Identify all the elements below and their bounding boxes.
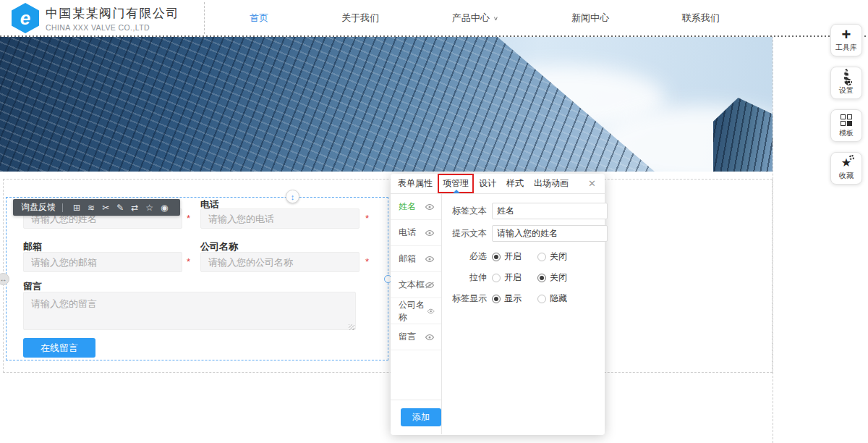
gears-icon — [844, 71, 848, 84]
logo-hexagon-icon: e — [12, 3, 39, 33]
stretch-on-option[interactable]: 开启 — [492, 271, 522, 284]
template-grid-icon — [841, 114, 852, 126]
submit-button[interactable]: 在线留言 — [23, 338, 95, 358]
editor-stage: e 中国某某阀门有限公司 CHINA XXX VALVE CO.,LTD 首页 … — [0, 0, 868, 443]
tool-library-button[interactable]: + 工具库 — [830, 24, 862, 56]
label-text-input[interactable] — [492, 203, 608, 219]
label-hide-option[interactable]: 隐藏 — [537, 292, 567, 305]
skyscraper-shape — [0, 37, 655, 172]
radio-selected-icon[interactable] — [537, 274, 546, 282]
required-asterisk: * — [187, 256, 190, 267]
tab-style[interactable]: 样式 — [506, 177, 524, 190]
plus-icon: + — [842, 28, 851, 41]
tab-item-management[interactable]: 项管理 — [443, 177, 469, 190]
site-header: e 中国某某阀门有限公司 CHINA XXX VALVE CO.,LTD 首页 … — [0, 0, 868, 36]
required-asterisk: * — [365, 213, 369, 224]
radio-selected-icon[interactable] — [492, 253, 501, 261]
chevron-down-icon: ∨ — [493, 15, 498, 22]
tab-form-properties[interactable]: 表单属性 — [398, 177, 433, 190]
nav-item-home[interactable]: 首页 — [250, 12, 268, 25]
active-tab-pointer — [453, 190, 460, 193]
field-list-item-company[interactable]: 公司名称 — [391, 298, 441, 324]
header-divider — [204, 2, 205, 34]
widget-toolbar: 询盘反馈 ⊞ ≋ ✂ ✎ ⇄ ☆ ◉ — [13, 199, 180, 216]
nav-item-news[interactable]: 新闻中心 — [571, 12, 609, 25]
label-show-option[interactable]: 显示 — [492, 292, 522, 305]
tab-design[interactable]: 设计 — [479, 177, 496, 190]
required-asterisk: * — [187, 213, 190, 224]
label-text-label: 标签文本 — [449, 205, 487, 217]
field-list-item-phone[interactable]: 电话 — [391, 220, 441, 246]
field-list-item-name[interactable]: 姓名 — [391, 194, 441, 220]
hero-banner-image[interactable] — [0, 37, 773, 172]
hint-text-label: 提示文本 — [449, 227, 487, 240]
panel-tabbar: 表单属性 项管理 设计 样式 出场动画 ✕ — [391, 174, 605, 194]
textarea-resize-grip[interactable] — [349, 324, 354, 330]
form-settings-panel: 表单属性 项管理 设计 样式 出场动画 ✕ 姓名 电话 邮箱 — [391, 174, 605, 435]
field-list-item-textbox[interactable]: 文本框 — [391, 272, 441, 298]
nav-item-about[interactable]: 关于我们 — [341, 12, 379, 25]
field-list-item-message[interactable]: 留言 — [391, 324, 441, 350]
field-list-item-email[interactable]: 邮箱 — [391, 246, 441, 272]
header-bottom-dotted-line — [0, 35, 868, 37]
drag-vertical-handle[interactable]: ↕ — [286, 190, 299, 203]
toolbar-divider — [62, 203, 63, 212]
scissors-icon[interactable]: ✂ — [102, 203, 109, 212]
favorites-button[interactable]: ★ 收藏 — [830, 152, 862, 185]
inquiry-form: 姓名 * 电话 * 邮箱 * 公司名称 * 留言 在线留言 — [6, 197, 388, 360]
eye-icon[interactable] — [427, 308, 435, 315]
form-edit-icon[interactable]: ⊞ — [73, 203, 80, 212]
eye-off-icon[interactable] — [425, 282, 435, 289]
radio-selected-icon[interactable] — [492, 295, 501, 303]
star-gear-icon: ★ — [841, 157, 851, 169]
hint-text-input[interactable] — [492, 225, 608, 242]
canvas-right-edge-guide — [773, 0, 773, 443]
radio-icon[interactable] — [537, 253, 546, 261]
templates-button[interactable]: 模板 — [830, 109, 862, 142]
required-on-option[interactable]: 开启 — [492, 250, 522, 263]
company-input[interactable] — [200, 252, 359, 272]
close-icon[interactable]: ✕ — [588, 178, 596, 189]
message-textarea[interactable] — [23, 292, 356, 330]
radio-icon[interactable] — [537, 295, 546, 303]
nav-item-contact[interactable]: 联系我们 — [682, 12, 720, 25]
required-radio-label: 必选 — [449, 250, 487, 263]
add-field-button[interactable]: 添加 — [401, 408, 441, 426]
field-properties: 标签文本 提示文本 必选 开启 关闭 — [442, 194, 616, 434]
star-icon[interactable]: ☆ — [145, 203, 153, 212]
main-nav: 首页 关于我们 产品中心 ∨ 新闻中心 联系我们 — [213, 0, 756, 36]
nav-item-products[interactable]: 产品中心 ∨ — [452, 12, 498, 25]
stretch-radio-label: 拉伸 — [449, 271, 487, 284]
pen-icon[interactable]: ✎ — [116, 203, 124, 212]
eye-icon[interactable]: ◉ — [161, 203, 168, 212]
tab-animation[interactable]: 出场动画 — [534, 177, 569, 190]
settings-button[interactable]: 设置 — [830, 67, 862, 99]
phone-input[interactable] — [200, 208, 359, 229]
eye-icon[interactable] — [425, 334, 435, 341]
required-off-option[interactable]: 关闭 — [537, 250, 567, 263]
layers-icon[interactable]: ≋ — [88, 203, 95, 212]
email-input[interactable] — [23, 252, 182, 272]
stretch-off-option[interactable]: 关闭 — [537, 271, 567, 284]
field-list: 姓名 电话 邮箱 文本框 公司名称 — [391, 194, 442, 434]
eye-icon[interactable] — [425, 203, 435, 211]
move-icon[interactable]: ⇄ — [131, 203, 138, 212]
company-name-cn: 中国某某阀门有限公司 — [46, 5, 179, 22]
widget-toolbar-title: 询盘反馈 — [21, 201, 56, 214]
required-asterisk: * — [365, 256, 369, 267]
label-display-radio-label: 标签显示 — [449, 292, 487, 305]
radio-icon[interactable] — [492, 274, 501, 282]
eye-icon[interactable] — [425, 256, 435, 263]
site-logo[interactable]: e 中国某某阀门有限公司 CHINA XXX VALVE CO.,LTD — [12, 3, 179, 33]
eye-icon[interactable] — [425, 229, 435, 237]
company-name-en: CHINA XXX VALVE CO.,LTD — [46, 23, 179, 32]
